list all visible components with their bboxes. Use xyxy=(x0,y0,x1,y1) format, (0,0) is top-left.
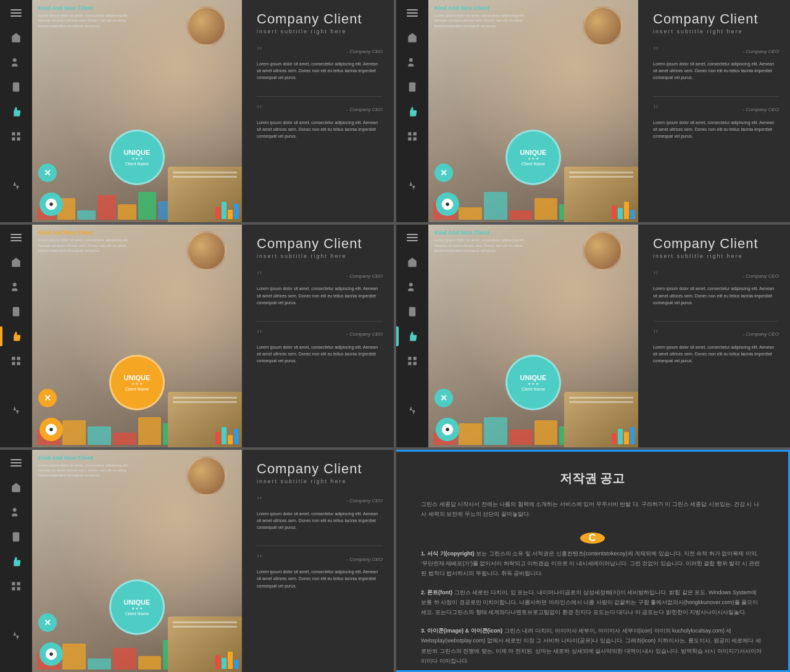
chart-bar xyxy=(534,420,558,445)
quote-author-1a: - Company CEO xyxy=(346,49,383,54)
phone-icon-5[interactable] xyxy=(9,530,23,544)
svg-rect-17 xyxy=(414,138,417,141)
like-icon-3[interactable] xyxy=(9,330,23,343)
phone-icon-3[interactable] xyxy=(9,305,23,318)
sidebar-1 xyxy=(0,0,32,222)
phone-icon-2[interactable] xyxy=(405,80,419,94)
home-icon-3[interactable] xyxy=(9,255,23,269)
clip-line xyxy=(569,172,633,173)
client-info-5: Kind And Nice Client Lorem ipsum dolor s… xyxy=(38,455,137,478)
slide-4-content: Kind And Nice Client Lorem ipsum dolor s… xyxy=(428,225,790,447)
menu-icon-3[interactable] xyxy=(9,231,23,244)
quote-mark: " xyxy=(257,103,262,117)
clip-line xyxy=(173,397,237,399)
wave-icon[interactable] xyxy=(9,179,23,193)
slide-subtitle-4: insert subtitle right here xyxy=(653,253,779,259)
grid-icon-4[interactable] xyxy=(405,354,419,368)
slide-subtitle-1: insert subtitle right here xyxy=(257,28,383,35)
client-title-2: Kind And Nice Client xyxy=(434,5,533,11)
quote-author-4b: - Company CEO xyxy=(742,331,779,337)
quote-text-3a: Lorem ipsum dolor sit amet, consectetur … xyxy=(257,285,383,306)
quote-mark: " xyxy=(257,494,262,508)
quote-block-2b: " - Company CEO Lorem ipsum dolor sit am… xyxy=(653,103,779,140)
clip-line xyxy=(569,397,633,399)
home-icon[interactable] xyxy=(9,31,23,44)
slide-5-right: Company Client insert subtitle right her… xyxy=(242,450,394,672)
badge-name-4: Client Name xyxy=(522,387,546,391)
like-icon[interactable] xyxy=(9,105,23,118)
people-icon-2[interactable] xyxy=(405,56,419,69)
clip-bar xyxy=(612,205,617,219)
coffee-circle-3 xyxy=(186,231,227,271)
svg-rect-14 xyxy=(408,132,411,135)
chart-bar xyxy=(459,207,482,220)
quote-author-5b: - Company CEO xyxy=(346,557,383,562)
sidebar-2 xyxy=(396,0,428,222)
home-icon-4[interactable] xyxy=(405,255,419,269)
clip-bar xyxy=(228,210,233,219)
home-icon-5[interactable] xyxy=(9,481,23,494)
wave-icon-3[interactable] xyxy=(9,404,23,417)
quote-block-4b: " - Company CEO Lorem ipsum dolor sit am… xyxy=(653,328,779,365)
grid-icon-3[interactable] xyxy=(9,354,23,368)
wave-icon-4[interactable] xyxy=(405,404,419,417)
clip-line xyxy=(173,621,237,623)
x-button-3[interactable]: ✕ xyxy=(38,389,57,407)
chart-bar xyxy=(98,195,116,220)
client-text-5: Lorem ipsum dolor sit amet, consectetur … xyxy=(38,463,137,478)
people-icon-3[interactable] xyxy=(9,280,23,294)
menu-icon-5[interactable] xyxy=(9,456,23,470)
coffee-4 xyxy=(583,231,626,274)
like-icon-5[interactable] xyxy=(9,555,23,568)
chart-icon-2[interactable] xyxy=(405,154,419,168)
clip-bar xyxy=(215,432,220,444)
copyright-s1: 1. 서식 기(copyright) 보는 그린스의 소유 및 서적권은 신홍컨… xyxy=(421,549,763,579)
client-info-3: Kind And Nice Client Lorem ipsum dolor s… xyxy=(38,230,137,253)
slide-title-4: Company Client xyxy=(653,236,779,252)
chart-icon-5[interactable] xyxy=(9,604,23,618)
home-icon-2[interactable] xyxy=(405,31,419,44)
badge-4: UNIQUE ★ ★ ★ Client Name xyxy=(505,355,561,410)
people-icon-5[interactable] xyxy=(9,505,23,519)
x-button-4[interactable]: ✕ xyxy=(434,389,453,407)
grid-icon[interactable] xyxy=(9,130,23,143)
disc-button-5[interactable] xyxy=(40,642,63,666)
people-icon[interactable] xyxy=(9,56,23,69)
chart-icon-4[interactable] xyxy=(405,379,419,392)
like-icon-4[interactable] xyxy=(405,330,419,343)
clipboard-1 xyxy=(168,167,242,222)
wave-icon-5[interactable] xyxy=(9,629,23,642)
clip-bar xyxy=(222,202,227,219)
disc-button-3[interactable] xyxy=(40,418,63,441)
people-icon-4[interactable] xyxy=(405,280,419,294)
chart-bar xyxy=(113,648,136,670)
like-icon-2[interactable] xyxy=(405,105,419,118)
phone-icon[interactable] xyxy=(9,80,23,94)
client-info-4: Kind And Nice Client Lorem ipsum dolor s… xyxy=(434,230,533,253)
chart-bar xyxy=(88,426,111,445)
clip-line xyxy=(173,401,237,403)
svg-rect-51 xyxy=(17,582,20,585)
slide-3-right: Company Client insert subtitle right her… xyxy=(242,225,394,447)
coffee-2 xyxy=(583,6,626,49)
slide-4: Kind And Nice Client Lorem ipsum dolor s… xyxy=(396,225,790,447)
menu-icon-4[interactable] xyxy=(405,231,419,244)
chart-bar xyxy=(509,429,533,445)
grid-icon-5[interactable] xyxy=(9,579,23,593)
chart-bar xyxy=(484,192,507,220)
svg-rect-2 xyxy=(12,132,15,135)
svg-point-22 xyxy=(446,203,449,207)
chart-icon-3[interactable] xyxy=(9,379,23,392)
grid-icon-2[interactable] xyxy=(405,130,419,143)
menu-icon[interactable] xyxy=(9,6,23,20)
phone-icon-4[interactable] xyxy=(405,305,419,318)
x-button-5[interactable]: ✕ xyxy=(38,613,57,632)
clipboard-lines-3 xyxy=(168,392,242,410)
chart-icon[interactable] xyxy=(9,154,23,168)
clip-line xyxy=(173,172,237,173)
quote-mark: " xyxy=(653,328,659,341)
menu-icon-2[interactable] xyxy=(405,6,419,20)
disc-button-4[interactable] xyxy=(436,418,459,441)
svg-point-0 xyxy=(13,58,17,62)
wave-icon-2[interactable] xyxy=(405,179,419,193)
